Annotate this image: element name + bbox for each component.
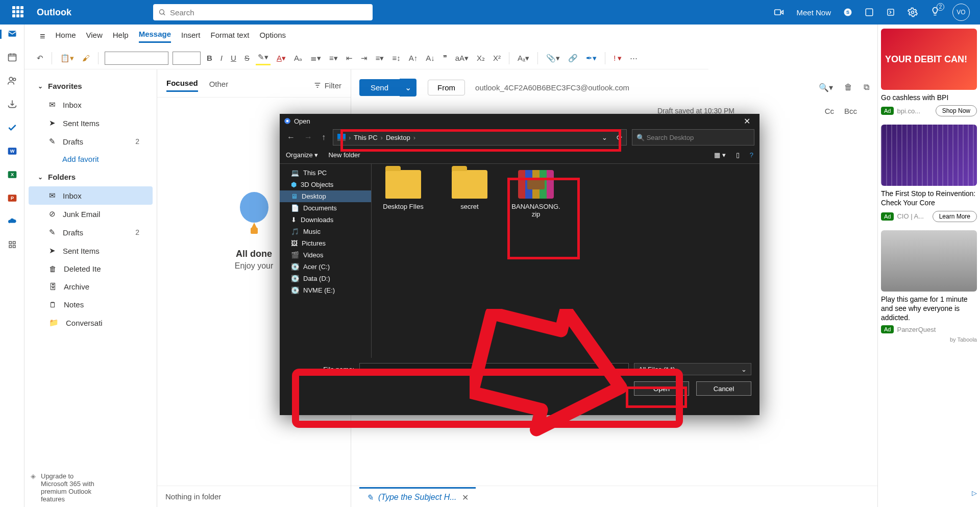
back-icon[interactable]: ← xyxy=(285,133,297,142)
file-item-zip[interactable]: BANANASONG.zip xyxy=(510,170,561,218)
filter-button[interactable]: Filter xyxy=(313,81,341,90)
folder-deleted[interactable]: 🗑Deleted Ite xyxy=(29,260,153,278)
folder-conversation[interactable]: 📁Conversati xyxy=(29,313,153,332)
ad-card-3[interactable]: Play this game for 1 minute and see why … xyxy=(881,230,977,334)
tree-item-downloads[interactable]: ⬇Downloads xyxy=(280,214,371,226)
close-tab-icon[interactable]: ✕ xyxy=(462,493,469,502)
folder-inbox[interactable]: ✉Inbox xyxy=(29,186,153,205)
ad-cta-button[interactable]: Learn More xyxy=(933,211,977,222)
tree-item-drive-c[interactable]: 💽Acer (C:) xyxy=(280,261,371,273)
align-icon[interactable]: ≡▾ xyxy=(374,52,386,65)
bcc-button[interactable]: Bcc xyxy=(844,107,857,115)
from-button[interactable]: From xyxy=(428,80,465,95)
address-dropdown-icon[interactable]: ⌄ xyxy=(602,134,607,141)
rail-excel-icon[interactable]: X xyxy=(7,170,17,182)
zoom-icon[interactable]: 🔍▾ xyxy=(819,83,833,92)
fav-sent[interactable]: ➤Sent Items xyxy=(29,114,153,132)
up-icon[interactable]: ↑ xyxy=(320,133,328,142)
tree-item-videos[interactable]: 🎬Videos xyxy=(280,249,371,261)
format-painter-icon[interactable]: 🖌 xyxy=(80,52,92,64)
subscript-icon[interactable]: X₂ xyxy=(475,52,487,65)
video-icon[interactable] xyxy=(774,7,784,17)
forward-icon[interactable]: → xyxy=(302,133,314,142)
breadcrumb-item[interactable]: This PC xyxy=(354,134,377,141)
file-item-folder-1[interactable]: Desktop FIles xyxy=(378,170,429,210)
link-icon[interactable]: 🔗 xyxy=(566,52,580,65)
tab-view[interactable]: View xyxy=(86,31,103,42)
meet-now-button[interactable]: Meet Now xyxy=(796,8,831,17)
tab-message[interactable]: Message xyxy=(139,30,171,43)
superscript-icon[interactable]: X² xyxy=(491,52,503,64)
rail-todo-icon[interactable] xyxy=(7,123,17,135)
attach-icon[interactable]: 📎▾ xyxy=(544,52,562,65)
ribbon-more-icon[interactable]: ⋯ xyxy=(628,52,640,65)
favorites-header[interactable]: ⌄ Favorites xyxy=(29,77,153,95)
tree-item-pictures[interactable]: 🖼Pictures xyxy=(280,237,371,249)
rail-onedrive-icon[interactable] xyxy=(7,216,17,229)
breadcrumb-item[interactable]: Desktop xyxy=(386,134,410,141)
ad-cta-button[interactable]: Shop Now xyxy=(936,105,977,116)
rail-mail-icon[interactable] xyxy=(7,29,17,41)
undo-icon[interactable]: ↶ xyxy=(35,52,45,65)
tab-options[interactable]: Options xyxy=(259,31,286,42)
strike-icon[interactable]: S xyxy=(242,52,252,64)
folder-notes[interactable]: 🗒Notes xyxy=(29,296,153,313)
help-icon[interactable]: ? xyxy=(750,151,753,159)
tab-insert[interactable]: Insert xyxy=(181,31,201,42)
tree-item-documents[interactable]: 📄Documents xyxy=(280,202,371,214)
app-launcher-icon[interactable] xyxy=(12,6,24,18)
signature-icon[interactable]: ✒▾ xyxy=(584,52,599,65)
importance-icon[interactable]: ! ▾ xyxy=(611,52,624,65)
change-case-icon[interactable]: Aₐ xyxy=(292,52,304,65)
immersive-reader-icon[interactable] xyxy=(886,8,895,17)
folder-archive[interactable]: 🗄Archive xyxy=(29,278,153,296)
font-grow-icon[interactable]: A↑ xyxy=(407,52,420,64)
highlight-icon[interactable]: ✎▾ xyxy=(256,51,271,65)
font-name-select[interactable] xyxy=(105,52,168,65)
clipboard-icon[interactable]: 📋▾ xyxy=(58,52,76,65)
rail-people-icon[interactable] xyxy=(7,76,17,88)
send-button[interactable]: Send xyxy=(359,79,400,96)
new-folder-button[interactable]: New folder xyxy=(328,151,360,159)
numbering-icon[interactable]: ≡▾ xyxy=(327,52,340,65)
user-avatar[interactable]: VO xyxy=(952,4,970,21)
address-bar[interactable]: › This PC › Desktop › ⌄ ⟳ xyxy=(333,129,627,146)
ad-card-2[interactable]: The First Stop to Reinvention: Check You… xyxy=(881,125,977,222)
tab-focused[interactable]: Focused xyxy=(166,79,198,92)
fav-inbox[interactable]: ✉Inbox xyxy=(29,95,153,114)
rail-word-icon[interactable]: W xyxy=(7,146,17,158)
add-favorite-link[interactable]: Add favorit xyxy=(29,151,153,167)
taboola-attribution[interactable]: by Taboola xyxy=(881,336,977,343)
file-item-folder-2[interactable]: secret xyxy=(444,170,495,210)
styles-icon[interactable]: aA▾ xyxy=(453,52,471,65)
notifications-button[interactable]: 2 xyxy=(930,6,940,18)
folder-sent[interactable]: ➤Sent Items xyxy=(29,242,153,260)
cancel-button[interactable]: Cancel xyxy=(696,381,751,396)
folder-drafts[interactable]: ✎Drafts2 xyxy=(29,223,153,242)
skype-icon[interactable]: S xyxy=(843,8,852,17)
discard-icon[interactable]: 🗑 xyxy=(844,83,852,92)
filetype-select[interactable]: All Files (*.*)⌄ xyxy=(634,363,751,375)
compose-tab[interactable]: ✎ (Type the Subject H... ✕ xyxy=(359,487,476,506)
ad-choices-icon[interactable]: ▷ xyxy=(972,489,977,497)
tab-other[interactable]: Other xyxy=(209,80,229,91)
refresh-icon[interactable]: ⟳ xyxy=(617,134,622,141)
rail-files-icon[interactable] xyxy=(7,99,17,111)
open-button[interactable]: Open xyxy=(634,381,689,396)
line-spacing-icon[interactable]: ≡↕ xyxy=(390,52,402,64)
decrease-indent-icon[interactable]: ⇤ xyxy=(344,52,355,65)
cc-button[interactable]: Cc xyxy=(825,107,834,115)
hamburger-icon[interactable]: ≡ xyxy=(40,31,45,42)
settings-icon[interactable] xyxy=(908,7,918,17)
popout-icon[interactable]: ⧉ xyxy=(864,83,869,92)
search-input[interactable] xyxy=(170,8,368,17)
bullets-icon[interactable]: ≣▾ xyxy=(308,52,323,65)
bold-icon[interactable]: B xyxy=(205,52,214,64)
fav-drafts[interactable]: ✎Drafts2 xyxy=(29,132,153,151)
rail-more-apps-icon[interactable] xyxy=(8,240,17,251)
filename-input[interactable] xyxy=(359,363,629,375)
tab-help[interactable]: Help xyxy=(113,31,129,42)
view-icon[interactable]: ▦ ▾ xyxy=(714,151,726,159)
tree-item-drive-d[interactable]: 💽Data (D:) xyxy=(280,273,371,284)
preview-pane-icon[interactable]: ▯ xyxy=(736,151,740,159)
